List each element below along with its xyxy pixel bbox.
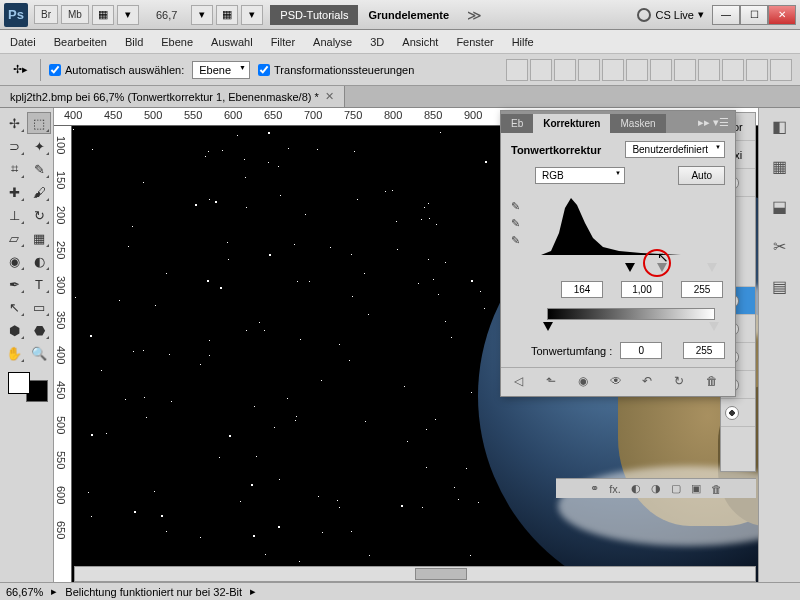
cslive[interactable]: CS Live ▾ — [637, 8, 704, 22]
status-zoom[interactable]: 66,67% — [6, 586, 43, 598]
zoom-display[interactable]: 66,7 — [148, 7, 185, 23]
tab-masken[interactable]: Masken — [610, 114, 665, 133]
heal-tool[interactable]: ✚ — [2, 181, 26, 203]
scrollbar-thumb[interactable] — [415, 568, 467, 580]
align-icon[interactable] — [578, 59, 600, 81]
prev-icon[interactable]: ↶ — [642, 374, 658, 390]
black-slider[interactable] — [625, 263, 635, 272]
eyedropper-tool[interactable]: ✎ — [27, 158, 51, 180]
scissors-icon[interactable]: ✂ — [767, 234, 793, 258]
close-button[interactable]: ✕ — [768, 5, 796, 25]
3d-cam-tool[interactable]: ⬣ — [27, 319, 51, 341]
black-eyedropper-icon[interactable]: ✎ — [511, 200, 527, 214]
shape-tool[interactable]: ▭ — [27, 296, 51, 318]
panel-collapse-icon[interactable]: ▸▸ ▾☰ — [692, 112, 735, 133]
auto-button[interactable]: Auto — [678, 166, 725, 185]
align-icon[interactable] — [506, 59, 528, 81]
eraser-tool[interactable]: ▱ — [2, 227, 26, 249]
layer-row[interactable] — [721, 399, 755, 427]
workspace-more-icon[interactable]: ≫ — [467, 7, 482, 23]
workspace-psdtut[interactable]: PSD-Tutorials — [270, 5, 358, 25]
type-tool[interactable]: T — [27, 273, 51, 295]
swatches-panel-icon[interactable]: ▦ — [767, 154, 793, 178]
path-tool[interactable]: ↖ — [2, 296, 26, 318]
align-icon[interactable] — [626, 59, 648, 81]
back-icon[interactable]: ◁ — [514, 374, 530, 390]
grid-icon[interactable]: ▦ — [216, 5, 238, 25]
visibility-icon[interactable] — [725, 406, 739, 420]
menu-3d[interactable]: 3D — [370, 36, 384, 48]
visibility-icon[interactable]: 👁 — [610, 374, 626, 390]
bridge-button[interactable]: Br — [34, 5, 58, 24]
horizontal-scrollbar[interactable] — [74, 566, 756, 582]
3d-tool[interactable]: ⬢ — [2, 319, 26, 341]
wand-tool[interactable]: ✦ — [27, 135, 51, 157]
preset-dropdown[interactable]: Benutzerdefiniert — [625, 141, 725, 158]
screen-mode-icon[interactable]: ▦ — [92, 5, 114, 25]
workspace-grund[interactable]: Grundelemente — [358, 5, 459, 25]
menu-datei[interactable]: Datei — [10, 36, 36, 48]
link-icon[interactable]: ⚭ — [590, 482, 599, 495]
hand-icon[interactable]: ▾ — [241, 5, 263, 25]
menu-analyse[interactable]: Analyse — [313, 36, 352, 48]
distribute-icon[interactable] — [674, 59, 696, 81]
zoom-tool[interactable]: 🔍 — [27, 342, 51, 364]
document-tab[interactable]: kplj2th2.bmp bei 66,7% (Tonwertkorrektur… — [0, 86, 345, 107]
new-layer-icon[interactable]: ▣ — [691, 482, 701, 495]
folder-icon[interactable]: ▢ — [671, 482, 681, 495]
menu-bild[interactable]: Bild — [125, 36, 143, 48]
menu-ansicht[interactable]: Ansicht — [402, 36, 438, 48]
out-black-slider[interactable] — [543, 322, 553, 331]
trash-icon[interactable]: 🗑 — [711, 483, 722, 495]
trash-icon[interactable]: 🗑 — [706, 374, 722, 390]
distribute-icon[interactable] — [770, 59, 792, 81]
align-icon[interactable] — [602, 59, 624, 81]
reset-icon[interactable]: ↻ — [674, 374, 690, 390]
auto-select-checkbox[interactable]: Automatisch auswählen: — [49, 64, 184, 76]
menu-ebene[interactable]: Ebene — [161, 36, 193, 48]
stamp-tool[interactable]: ⊥ — [2, 204, 26, 226]
tab-close-icon[interactable]: ✕ — [325, 90, 334, 103]
maximize-button[interactable]: ☐ — [740, 5, 768, 25]
adjustment-icon[interactable]: ◑ — [651, 482, 661, 495]
menu-filter[interactable]: Filter — [271, 36, 295, 48]
extras-icon[interactable]: ▾ — [117, 5, 139, 25]
lasso-tool[interactable]: ⊃ — [2, 135, 26, 157]
menu-hilfe[interactable]: Hilfe — [512, 36, 534, 48]
blur-tool[interactable]: ◉ — [2, 250, 26, 272]
marquee-tool[interactable]: ⬚ — [27, 112, 51, 134]
tab-eigenschaften[interactable]: Eb — [501, 114, 533, 133]
color-swatches[interactable] — [8, 372, 48, 402]
gray-eyedropper-icon[interactable]: ✎ — [511, 217, 527, 231]
align-icon[interactable] — [554, 59, 576, 81]
white-eyedropper-icon[interactable]: ✎ — [511, 234, 527, 248]
mask-icon[interactable]: ◐ — [631, 482, 641, 495]
distribute-icon[interactable] — [650, 59, 672, 81]
brush-tool[interactable]: 🖌 — [27, 181, 51, 203]
input-sliders[interactable]: ↖ — [547, 263, 715, 277]
menu-auswahl[interactable]: Auswahl — [211, 36, 253, 48]
move-tool[interactable]: ✢ — [2, 112, 26, 134]
arrange-icon[interactable]: ▾ — [191, 5, 213, 25]
white-slider[interactable] — [707, 263, 717, 272]
distribute-icon[interactable] — [722, 59, 744, 81]
input-mid[interactable] — [621, 281, 663, 298]
out-white-slider[interactable] — [709, 322, 719, 331]
menu-fenster[interactable]: Fenster — [456, 36, 493, 48]
output-sliders[interactable] — [547, 322, 715, 334]
input-white[interactable] — [681, 281, 723, 298]
adjustments-panel-icon[interactable]: ⬓ — [767, 194, 793, 218]
hand-tool[interactable]: ✋ — [2, 342, 26, 364]
input-black[interactable] — [561, 281, 603, 298]
auto-select-dropdown[interactable]: Ebene — [192, 61, 250, 79]
distribute-icon[interactable] — [746, 59, 768, 81]
fx-icon[interactable]: fx. — [609, 483, 621, 495]
gradient-tool[interactable]: ▦ — [27, 227, 51, 249]
menu-bearbeiten[interactable]: Bearbeiten — [54, 36, 107, 48]
minimize-button[interactable]: — — [712, 5, 740, 25]
align-icon[interactable] — [530, 59, 552, 81]
distribute-icon[interactable] — [698, 59, 720, 81]
pen-tool[interactable]: ✒ — [2, 273, 26, 295]
foreground-color[interactable] — [8, 372, 30, 394]
output-black[interactable] — [620, 342, 662, 359]
